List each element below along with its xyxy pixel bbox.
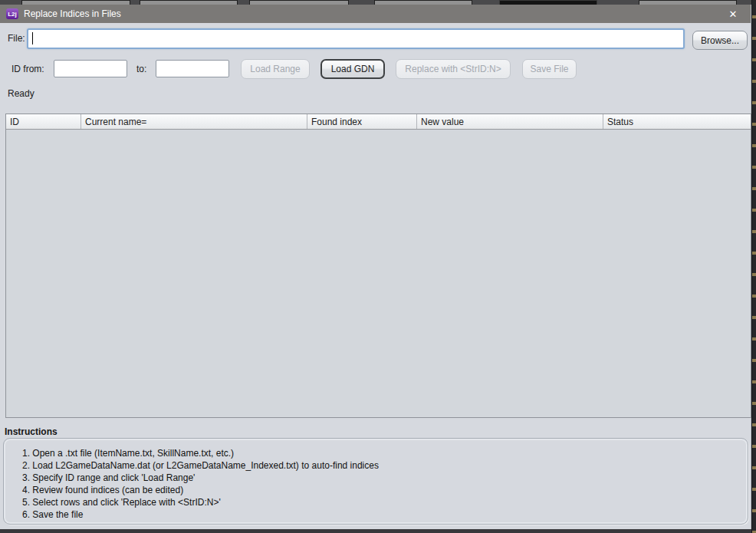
instruction-step: 6. Save the file bbox=[22, 508, 740, 521]
results-table[interactable]: ID Current name= Found index New value S… bbox=[5, 114, 751, 418]
instructions-title: Instructions bbox=[5, 426, 58, 437]
column-header-found-index[interactable]: Found index bbox=[307, 114, 417, 129]
window-title: Replace Indices in Files bbox=[24, 8, 121, 19]
column-header-id[interactable]: ID bbox=[6, 114, 81, 129]
load-gdn-button[interactable]: Load GDN bbox=[320, 59, 385, 79]
background-strip-right bbox=[751, 0, 756, 533]
instruction-step: 1. Open a .txt file (ItemName.txt, Skill… bbox=[22, 447, 740, 459]
file-label: File: bbox=[8, 33, 25, 44]
instruction-step: 3. Specify ID range and click 'Load Rang… bbox=[22, 472, 740, 484]
column-header-new-value[interactable]: New value bbox=[417, 114, 603, 129]
load-range-button: Load Range bbox=[241, 59, 310, 79]
table-header-row: ID Current name= Found index New value S… bbox=[6, 114, 751, 130]
id-from-label: ID from: bbox=[12, 64, 44, 74]
column-header-status[interactable]: Status bbox=[603, 114, 751, 129]
save-file-button: Save File bbox=[522, 59, 577, 79]
close-icon[interactable]: ✕ bbox=[721, 5, 744, 23]
app-icon: L2j bbox=[6, 8, 18, 19]
instruction-step: 2. Load L2GameDataName.dat (or L2GameDat… bbox=[22, 459, 740, 472]
text-caret bbox=[32, 32, 33, 44]
file-path-input[interactable] bbox=[27, 28, 685, 49]
column-header-current-name[interactable]: Current name= bbox=[81, 114, 307, 129]
instruction-step: 5. Select rows and click 'Replace with <… bbox=[22, 496, 740, 508]
title-bar[interactable]: L2j Replace Indices in Files ✕ bbox=[0, 5, 751, 23]
status-text: Ready bbox=[8, 88, 35, 99]
table-body-empty[interactable] bbox=[6, 130, 751, 418]
replace-with-strid-button: Replace with <StrID:N> bbox=[396, 59, 511, 79]
browse-button[interactable]: Browse... bbox=[692, 31, 748, 50]
background-strip-bottom bbox=[0, 529, 751, 533]
id-to-input[interactable] bbox=[156, 60, 229, 77]
id-to-label: to: bbox=[136, 64, 146, 74]
replace-indices-window: L2j Replace Indices in Files ✕ File: Bro… bbox=[0, 5, 751, 529]
instruction-step: 4. Review found indices (can be edited) bbox=[22, 484, 740, 496]
instructions-groupbox: 1. Open a .txt file (ItemName.txt, Skill… bbox=[3, 438, 748, 525]
window-content: File: Browse... ID from: to: Load Range … bbox=[0, 23, 751, 529]
id-from-input[interactable] bbox=[54, 60, 127, 77]
